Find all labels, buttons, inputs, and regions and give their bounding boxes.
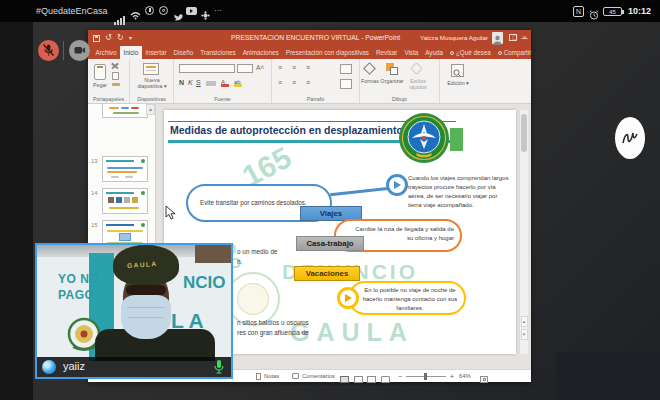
share-button[interactable]: Compartir [494,46,531,59]
font-size-box[interactable] [237,64,253,73]
video-button[interactable] [69,40,90,61]
qat-dropdown-icon[interactable]: ▾ [129,30,134,46]
quick-styles-icon[interactable] [410,62,423,75]
tab-inicio[interactable]: Inicio [120,46,142,59]
thumbnail-number: 13 [91,158,97,164]
editing-label[interactable]: Edición ▾ [442,81,474,87]
paste-icon[interactable] [94,64,106,80]
format-painter-icon[interactable] [112,83,120,86]
wifi-icon [130,6,141,24]
twitter-icon [173,7,183,25]
participant-name: yaiiz [63,360,85,372]
font-color-icon[interactable]: A [221,79,229,87]
group-label: Diapositivas [130,96,173,102]
title-bar: ↺ ↻ ▾ PRESENTACION ENCUENTRO VIRTUAL - P… [88,30,531,46]
app-icon [201,6,210,24]
participant-name-bar: yaiiz [37,357,231,377]
mic-on-icon [213,359,225,379]
zoom-out-button[interactable]: − [398,370,402,383]
tell-me-item[interactable]: ¿Qué desea [447,46,495,59]
maximize-button[interactable]: □ [513,30,517,46]
audio-muted-button[interactable] [38,40,59,61]
smartart-icon[interactable] [340,79,352,89]
tab-vista[interactable]: Vista [401,46,422,59]
redo-icon[interactable]: ↻ [117,30,126,46]
slide-thumbnail-partial[interactable] [102,104,148,118]
zoom-level[interactable]: 64% [459,370,471,383]
tab-animaciones[interactable]: Animaciones [239,46,282,59]
reading-view-icon[interactable] [367,376,376,383]
copy-icon[interactable] [112,72,119,80]
tab-archivo[interactable]: Archivo [92,46,120,59]
banner-yo-no: YO NO [58,272,99,286]
close-button[interactable]: × [522,30,527,46]
previous-slide-button[interactable]: ▲ [521,316,528,327]
phone-screen: #QuedateEnCasa ··· N 45 10:12 [0,0,660,400]
vacaciones-label[interactable]: Vacaciones [294,266,360,281]
scrollbar-thumb[interactable] [521,114,527,152]
bullets-icons[interactable]: ≡ ≡ ≡ [278,64,314,71]
highlight-icon[interactable]: ab [234,79,242,87]
undo-icon[interactable]: ↺ [105,30,114,46]
group-parrafo: ≡ ≡ ≡ ≡ ≡ ≡ Párrafo [272,59,360,103]
slide-scrollbar[interactable]: ▲ ▼ [519,110,528,354]
controls-divider [63,41,64,60]
tab-ayuda[interactable]: Ayuda [422,46,447,59]
paste-label[interactable]: Pegar [91,83,109,89]
vacaciones-node-icon [337,287,359,309]
slide-sorter-icon[interactable] [354,376,363,383]
tab-revisar[interactable]: Revisar [373,46,401,59]
viajes-node-icon [386,174,408,196]
tab-insertar[interactable]: Insertar [142,46,170,59]
arrange-label[interactable]: Organizar [378,79,406,85]
alarm-icon [589,6,599,24]
zoom-slider-thumb[interactable] [424,373,427,380]
find-icon[interactable] [451,64,464,77]
mouse-cursor [165,205,177,225]
account-name[interactable]: Yaicza Mosquera Aguilar [420,30,488,46]
normal-view-icon[interactable] [340,376,349,383]
align-icons[interactable]: ≡ ≡ ≡ [278,79,314,86]
vacaciones-fragment: n sitios baldíos u oscurosres con gran a… [237,318,332,337]
thumbnail-number: 15 [91,222,97,228]
viajes-connector [330,187,390,196]
quick-styles-label[interactable]: Estilosrápidos [406,79,430,91]
fit-to-window-icon[interactable] [480,373,491,386]
save-icon[interactable] [93,35,100,42]
panel-scroll-up[interactable]: ▲ [146,104,155,115]
data-saver-icon [145,6,154,15]
comments-button[interactable]: Comentarios [292,370,335,383]
new-slide-icon[interactable] [143,63,159,75]
next-slide-button[interactable]: ▼ [521,329,528,340]
shapes-icon[interactable] [363,62,376,75]
notes-button[interactable]: Notas [256,370,279,383]
slide-thumbnail-13[interactable] [102,156,148,182]
clock-text: 10:12 [628,0,651,22]
grow-font-icon[interactable]: A˄ [256,64,264,71]
group-diapositivas: Nuevadiapositiva ▾ Diapositivas [130,59,174,103]
avatar[interactable] [492,32,503,44]
bold-button[interactable]: N [179,79,184,86]
annotate-button[interactable] [613,115,647,165]
banner-pago: PAGO [58,288,94,302]
view-buttons[interactable] [340,373,393,386]
webcam-tile[interactable]: YO NO PAGO NCIO L A GAULA yaiiz [35,243,233,379]
italic-button[interactable]: K [188,79,193,86]
signal-icon [114,7,126,25]
text-effects-icon[interactable] [206,81,216,86]
new-slide-label[interactable]: Nuevadiapositiva ▾ [132,78,172,90]
zoom-in-button[interactable]: + [450,370,454,383]
person-icon [498,51,502,55]
ribbon: Pegar Portapapeles Nuevadiapositiva ▾ Di… [88,59,531,104]
tab-transiciones[interactable]: Transiciones [197,46,239,59]
thumbnail-number: 14 [91,190,97,196]
tab-presentacion[interactable]: Presentación con diapositivas [282,46,372,59]
font-name-box[interactable] [179,64,235,73]
window-title: PRESENTACION ENCUENTRO VIRTUAL - PowerPo… [231,30,400,46]
text-direction-icon[interactable] [340,64,352,74]
tab-diseno[interactable]: Diseño [170,46,197,59]
underline-button[interactable]: S [196,79,201,86]
shapes-label[interactable]: Formas [360,79,380,85]
slideshow-icon[interactable] [381,376,390,383]
slide-thumbnail-14[interactable] [102,188,148,214]
